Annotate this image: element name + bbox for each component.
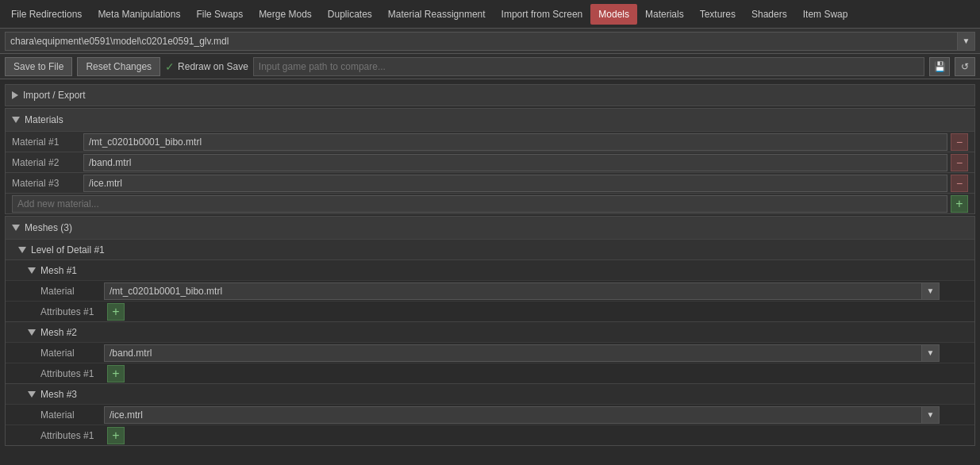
mesh-1-header[interactable]: Mesh #1 <box>6 259 974 280</box>
import-export-label: Import / Export <box>23 90 86 101</box>
material-3-delete-button[interactable]: − <box>951 175 968 192</box>
save-to-file-button[interactable]: Save to File <box>5 57 72 76</box>
mesh-3-material-row: Material ▼ <box>6 404 974 425</box>
mesh-1-material-dropdown-btn[interactable]: ▼ <box>922 282 940 300</box>
plus-icon: + <box>112 428 119 443</box>
meshes-header[interactable]: Meshes (3) <box>6 217 974 239</box>
materials-collapse-icon <box>12 117 20 123</box>
material-2-label: Material #2 <box>12 157 83 168</box>
mesh-1-collapse-icon <box>28 267 36 274</box>
material-1-label: Material #1 <box>12 136 83 148</box>
mesh-2-material-row: Material ▼ <box>6 342 974 363</box>
tab-shaders[interactable]: Shaders <box>744 4 795 25</box>
material-row-3: Material #3 − <box>6 172 974 193</box>
filepath-input[interactable] <box>5 32 958 51</box>
tab-file-swaps[interactable]: File Swaps <box>188 4 251 25</box>
chevron-down-icon: ▼ <box>927 410 935 419</box>
mesh-3-attributes-label: Attributes #1 <box>40 430 104 441</box>
add-material-input[interactable] <box>12 195 947 213</box>
mesh-3-attributes-row: Attributes #1 + <box>6 425 974 445</box>
mesh-2-material-input[interactable] <box>104 344 922 362</box>
reset-changes-button[interactable]: Reset Changes <box>77 57 160 76</box>
save-icon-button[interactable]: 💾 <box>929 57 950 76</box>
tab-material-reassignment[interactable]: Material Reassignment <box>380 4 494 25</box>
refresh-icon: ↺ <box>961 61 969 72</box>
tab-materials[interactable]: Materials <box>637 4 692 25</box>
mesh-1-add-attribute-button[interactable]: + <box>107 303 125 321</box>
refresh-icon-button[interactable]: ↺ <box>955 57 975 76</box>
content-area: Import / Export Materials Material #1 − … <box>0 79 980 465</box>
mesh-1-material-row: Material ▼ <box>6 280 974 301</box>
mesh-3-add-attribute-button[interactable]: + <box>107 427 125 444</box>
plus-icon: + <box>112 305 119 319</box>
filepath-bar: ▼ <box>0 29 980 54</box>
mesh-3-material-label: Material <box>40 409 104 421</box>
import-export-section[interactable]: Import / Export <box>5 84 975 106</box>
redraw-on-save-label: ✓ Redraw on Save <box>165 60 248 73</box>
mesh-2-collapse-icon <box>28 329 36 336</box>
delete-icon: − <box>956 177 963 190</box>
mesh-2-attributes-row: Attributes #1 + <box>6 363 974 383</box>
toolbar: Save to File Reset Changes ✓ Redraw on S… <box>0 54 980 79</box>
mesh-2-add-attribute-button[interactable]: + <box>107 365 125 382</box>
tab-models[interactable]: Models <box>590 4 637 25</box>
lod-1-collapse-icon <box>18 247 26 253</box>
material-2-delete-button[interactable]: − <box>951 154 968 171</box>
redraw-check-icon: ✓ <box>165 60 175 73</box>
lod-1-header[interactable]: Level of Detail #1 <box>6 239 974 259</box>
material-1-input[interactable] <box>83 133 947 151</box>
chevron-down-icon: ▼ <box>927 286 935 295</box>
material-3-label: Material #3 <box>12 178 83 189</box>
meshes-collapse-icon <box>12 225 20 231</box>
plus-icon: + <box>955 197 963 211</box>
lod-1-label: Level of Detail #1 <box>31 244 105 256</box>
mesh-2-label: Mesh #2 <box>40 327 77 338</box>
import-export-collapse-icon <box>12 91 18 99</box>
add-material-row: + <box>6 193 974 213</box>
mesh-1-attributes-row: Attributes #1 + <box>6 301 974 321</box>
nav-bar: File Redirections Meta Manipulations Fil… <box>0 0 980 29</box>
plus-icon: + <box>112 367 119 381</box>
mesh-3-material-input[interactable] <box>104 406 922 424</box>
mesh-1-material-input[interactable] <box>104 282 922 300</box>
compare-input[interactable] <box>253 57 924 76</box>
mesh-2-material-dropdown-btn[interactable]: ▼ <box>922 344 940 362</box>
mesh-2-attributes-label: Attributes #1 <box>40 368 104 379</box>
tab-textures[interactable]: Textures <box>692 4 744 25</box>
material-row-1: Material #1 − <box>6 131 974 152</box>
mesh-1-material-label: Material <box>40 286 104 297</box>
mesh-3-material-dropdown-btn[interactable]: ▼ <box>922 406 940 424</box>
material-3-input[interactable] <box>83 175 947 192</box>
tab-meta-manipulations[interactable]: Meta Manipulations <box>90 4 188 25</box>
materials-label: Materials <box>25 114 63 125</box>
meshes-label: Meshes (3) <box>25 222 72 233</box>
materials-section: Materials Material #1 − Material #2 − Ma… <box>5 108 975 214</box>
chevron-down-icon: ▼ <box>927 348 935 357</box>
mesh-1-label: Mesh #1 <box>40 265 77 276</box>
tab-file-redirections[interactable]: File Redirections <box>3 4 90 25</box>
mesh-2-material-label: Material <box>40 348 104 359</box>
mesh-2-header[interactable]: Mesh #2 <box>6 321 974 342</box>
materials-header[interactable]: Materials <box>6 109 974 131</box>
material-2-input[interactable] <box>83 154 947 171</box>
mesh-3-header[interactable]: Mesh #3 <box>6 383 974 404</box>
tab-import-from-screen[interactable]: Import from Screen <box>494 4 591 25</box>
material-row-2: Material #2 − <box>6 152 974 172</box>
mesh-3-label: Mesh #3 <box>40 389 77 400</box>
filepath-dropdown-btn[interactable]: ▼ <box>958 32 975 51</box>
tab-merge-mods[interactable]: Merge Mods <box>251 4 320 25</box>
material-1-delete-button[interactable]: − <box>951 133 968 151</box>
add-material-button[interactable]: + <box>951 195 968 213</box>
mesh-3-collapse-icon <box>28 391 36 398</box>
mesh-1-attributes-label: Attributes #1 <box>40 306 104 317</box>
meshes-section: Meshes (3) Level of Detail #1 Mesh #1 Ma… <box>5 216 975 446</box>
redraw-label-text: Redraw on Save <box>178 61 248 72</box>
tab-duplicates[interactable]: Duplicates <box>320 4 380 25</box>
tab-item-swap[interactable]: Item Swap <box>795 4 856 25</box>
delete-icon: − <box>956 136 963 148</box>
delete-icon: − <box>956 156 963 169</box>
save-icon: 💾 <box>934 61 946 72</box>
